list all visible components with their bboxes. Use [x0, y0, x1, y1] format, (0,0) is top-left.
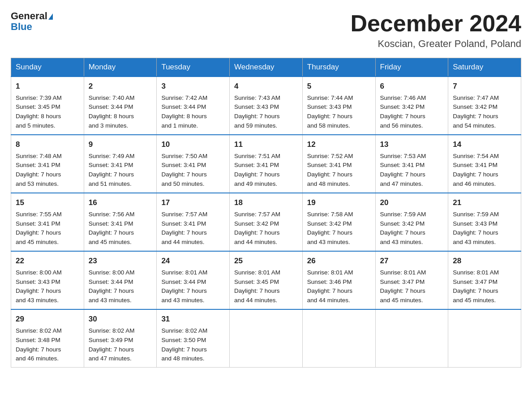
day-number: 27	[380, 255, 444, 267]
day-number: 10	[161, 139, 225, 150]
day-info: Sunrise: 8:01 AMSunset: 3:45 PMDaylight:…	[234, 268, 298, 306]
week-row-2: 8Sunrise: 7:48 AMSunset: 3:41 PMDaylight…	[11, 135, 521, 193]
day-number: 13	[380, 139, 444, 150]
day-number: 30	[89, 313, 152, 325]
day-cell: 2Sunrise: 7:40 AMSunset: 3:44 PMDaylight…	[84, 77, 157, 135]
day-cell	[230, 309, 303, 368]
day-cell: 15Sunrise: 7:55 AMSunset: 3:41 PMDayligh…	[11, 193, 84, 251]
day-info: Sunrise: 7:55 AMSunset: 3:41 PMDaylight:…	[16, 210, 79, 248]
day-cell: 31Sunrise: 8:02 AMSunset: 3:50 PMDayligh…	[157, 309, 230, 368]
day-cell: 1Sunrise: 7:39 AMSunset: 3:45 PMDaylight…	[11, 77, 84, 135]
day-info: Sunrise: 7:52 AMSunset: 3:41 PMDaylight:…	[307, 152, 371, 189]
day-cell: 9Sunrise: 7:49 AMSunset: 3:41 PMDaylight…	[84, 135, 157, 193]
day-info: Sunrise: 8:01 AMSunset: 3:44 PMDaylight:…	[161, 268, 225, 306]
day-cell: 25Sunrise: 8:01 AMSunset: 3:45 PMDayligh…	[230, 251, 303, 309]
day-cell: 18Sunrise: 7:57 AMSunset: 3:42 PMDayligh…	[230, 193, 303, 251]
day-cell: 4Sunrise: 7:43 AMSunset: 3:43 PMDaylight…	[230, 77, 303, 135]
day-number: 1	[16, 81, 79, 92]
day-number: 3	[161, 81, 225, 92]
day-cell: 29Sunrise: 8:02 AMSunset: 3:48 PMDayligh…	[11, 309, 84, 368]
day-number: 6	[380, 81, 444, 92]
day-info: Sunrise: 7:48 AMSunset: 3:41 PMDaylight:…	[16, 152, 79, 189]
day-number: 4	[234, 81, 298, 92]
day-info: Sunrise: 7:58 AMSunset: 3:42 PMDaylight:…	[307, 210, 371, 248]
day-cell: 20Sunrise: 7:59 AMSunset: 3:42 PMDayligh…	[375, 193, 448, 251]
day-number: 2	[89, 81, 152, 92]
day-info: Sunrise: 8:00 AMSunset: 3:44 PMDaylight:…	[89, 268, 152, 306]
column-header-friday: Friday	[375, 58, 448, 77]
week-row-1: 1Sunrise: 7:39 AMSunset: 3:45 PMDaylight…	[11, 77, 521, 135]
logo: General Blue	[11, 11, 53, 32]
day-number: 7	[453, 81, 516, 92]
day-info: Sunrise: 7:57 AMSunset: 3:42 PMDaylight:…	[234, 210, 298, 248]
day-number: 24	[161, 255, 225, 267]
column-header-thursday: Thursday	[302, 58, 375, 77]
day-info: Sunrise: 7:43 AMSunset: 3:43 PMDaylight:…	[234, 94, 298, 131]
day-cell: 17Sunrise: 7:57 AMSunset: 3:41 PMDayligh…	[157, 193, 230, 251]
day-cell: 13Sunrise: 7:53 AMSunset: 3:41 PMDayligh…	[375, 135, 448, 193]
day-info: Sunrise: 8:01 AMSunset: 3:46 PMDaylight:…	[307, 268, 371, 306]
day-cell: 27Sunrise: 8:01 AMSunset: 3:47 PMDayligh…	[375, 251, 448, 309]
day-cell: 16Sunrise: 7:56 AMSunset: 3:41 PMDayligh…	[84, 193, 157, 251]
day-cell: 12Sunrise: 7:52 AMSunset: 3:41 PMDayligh…	[302, 135, 375, 193]
day-cell: 19Sunrise: 7:58 AMSunset: 3:42 PMDayligh…	[302, 193, 375, 251]
day-cell: 21Sunrise: 7:59 AMSunset: 3:43 PMDayligh…	[448, 193, 521, 251]
day-cell	[375, 309, 448, 368]
day-number: 9	[89, 139, 152, 150]
day-cell: 23Sunrise: 8:00 AMSunset: 3:44 PMDayligh…	[84, 251, 157, 309]
logo-area: General Blue	[11, 11, 53, 32]
day-info: Sunrise: 7:53 AMSunset: 3:41 PMDaylight:…	[380, 152, 444, 189]
day-number: 31	[161, 313, 225, 325]
day-cell: 22Sunrise: 8:00 AMSunset: 3:43 PMDayligh…	[11, 251, 84, 309]
day-info: Sunrise: 7:54 AMSunset: 3:41 PMDaylight:…	[453, 152, 516, 189]
day-info: Sunrise: 8:01 AMSunset: 3:47 PMDaylight:…	[453, 268, 516, 306]
day-cell: 28Sunrise: 8:01 AMSunset: 3:47 PMDayligh…	[448, 251, 521, 309]
day-info: Sunrise: 8:02 AMSunset: 3:50 PMDaylight:…	[161, 326, 225, 364]
day-number: 29	[16, 313, 79, 325]
day-info: Sunrise: 7:47 AMSunset: 3:42 PMDaylight:…	[453, 94, 516, 131]
day-info: Sunrise: 7:42 AMSunset: 3:44 PMDaylight:…	[161, 94, 225, 131]
column-header-wednesday: Wednesday	[230, 58, 303, 77]
day-info: Sunrise: 7:49 AMSunset: 3:41 PMDaylight:…	[89, 152, 152, 189]
day-number: 25	[234, 255, 298, 267]
day-info: Sunrise: 7:44 AMSunset: 3:43 PMDaylight:…	[307, 94, 371, 131]
calendar-table: SundayMondayTuesdayWednesdayThursdayFrid…	[11, 58, 521, 368]
day-cell: 5Sunrise: 7:44 AMSunset: 3:43 PMDaylight…	[302, 77, 375, 135]
calendar-subtitle: Koscian, Greater Poland, Poland	[350, 38, 521, 50]
column-header-tuesday: Tuesday	[157, 58, 230, 77]
day-info: Sunrise: 7:50 AMSunset: 3:41 PMDaylight:…	[161, 152, 225, 189]
logo-blue: Blue	[11, 21, 32, 32]
column-header-saturday: Saturday	[448, 58, 521, 77]
day-number: 28	[453, 255, 516, 267]
day-cell: 11Sunrise: 7:51 AMSunset: 3:41 PMDayligh…	[230, 135, 303, 193]
day-cell: 30Sunrise: 8:02 AMSunset: 3:49 PMDayligh…	[84, 309, 157, 368]
day-number: 19	[307, 197, 371, 209]
header-row: SundayMondayTuesdayWednesdayThursdayFrid…	[11, 58, 521, 77]
day-cell: 26Sunrise: 8:01 AMSunset: 3:46 PMDayligh…	[302, 251, 375, 309]
day-info: Sunrise: 7:57 AMSunset: 3:41 PMDaylight:…	[161, 210, 225, 248]
day-info: Sunrise: 7:59 AMSunset: 3:43 PMDaylight:…	[453, 210, 516, 248]
day-info: Sunrise: 7:59 AMSunset: 3:42 PMDaylight:…	[380, 210, 444, 248]
day-number: 8	[16, 139, 79, 150]
day-info: Sunrise: 8:02 AMSunset: 3:48 PMDaylight:…	[16, 326, 79, 364]
day-info: Sunrise: 8:00 AMSunset: 3:43 PMDaylight:…	[16, 268, 79, 306]
day-cell: 6Sunrise: 7:46 AMSunset: 3:42 PMDaylight…	[375, 77, 448, 135]
day-number: 11	[234, 139, 298, 150]
day-cell: 3Sunrise: 7:42 AMSunset: 3:44 PMDaylight…	[157, 77, 230, 135]
column-header-monday: Monday	[84, 58, 157, 77]
day-info: Sunrise: 7:51 AMSunset: 3:41 PMDaylight:…	[234, 152, 298, 189]
title-area: December 2024 Koscian, Greater Poland, P…	[350, 11, 521, 50]
calendar-title: December 2024	[350, 11, 521, 36]
week-row-3: 15Sunrise: 7:55 AMSunset: 3:41 PMDayligh…	[11, 193, 521, 251]
day-number: 22	[16, 255, 79, 267]
week-row-4: 22Sunrise: 8:00 AMSunset: 3:43 PMDayligh…	[11, 251, 521, 309]
day-cell: 8Sunrise: 7:48 AMSunset: 3:41 PMDaylight…	[11, 135, 84, 193]
day-cell: 7Sunrise: 7:47 AMSunset: 3:42 PMDaylight…	[448, 77, 521, 135]
day-number: 18	[234, 197, 298, 209]
day-number: 21	[453, 197, 516, 209]
day-cell: 10Sunrise: 7:50 AMSunset: 3:41 PMDayligh…	[157, 135, 230, 193]
day-cell: 24Sunrise: 8:01 AMSunset: 3:44 PMDayligh…	[157, 251, 230, 309]
day-number: 14	[453, 139, 516, 150]
day-number: 20	[380, 197, 444, 209]
day-number: 15	[16, 197, 79, 209]
